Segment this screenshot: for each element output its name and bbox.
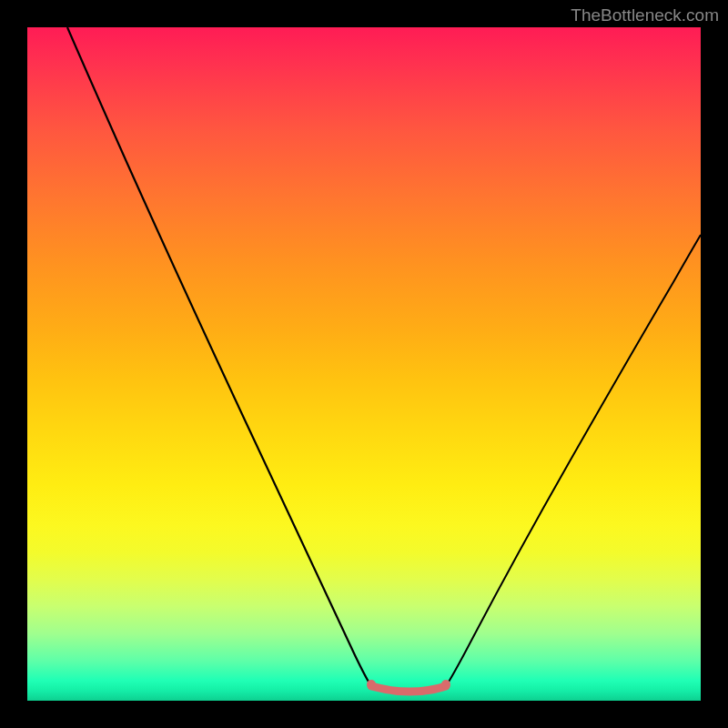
curve-svg [27,27,701,701]
watermark-text: TheBottleneck.com [571,5,719,25]
flat-bottom-line [371,686,446,692]
right-curve-line [446,235,701,686]
left-curve-line [67,27,371,686]
chart-container [27,27,701,701]
left-endpoint-marker [367,680,376,689]
right-endpoint-marker [441,680,450,689]
